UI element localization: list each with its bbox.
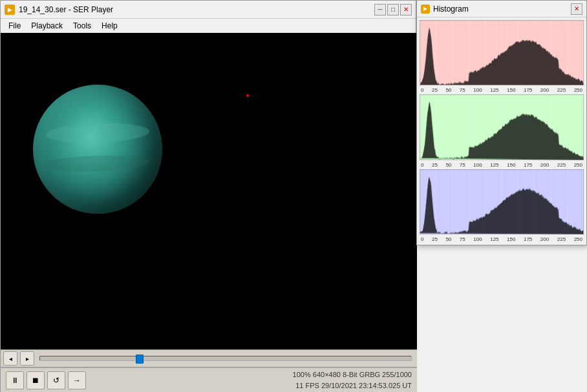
histogram-red-axis: 0255075100125150175200225250 bbox=[420, 87, 584, 93]
status-line2: 11 FPS 29/10/2021 23:14:53.025 UT bbox=[293, 380, 412, 391]
planet-image bbox=[33, 85, 162, 214]
menu-help[interactable]: Help bbox=[96, 20, 123, 32]
histogram-blue-axis: 0255075100125150175200225250 bbox=[420, 236, 584, 242]
controls-bar: ⏸ ⏹ ↺ → 100% 640×480 8-Bit GRBG 255/1000… bbox=[1, 367, 417, 392]
histogram-green-channel bbox=[420, 94, 584, 160]
window-title: 19_14_30.ser - SER Player bbox=[19, 5, 113, 14]
histogram-blue-canvas bbox=[420, 169, 584, 234]
histogram-green-canvas bbox=[420, 94, 584, 160]
forward-button[interactable]: → bbox=[68, 371, 86, 389]
prev-frame-button[interactable]: ◂ bbox=[3, 351, 17, 366]
app-icon: ▶ bbox=[5, 5, 15, 15]
histogram-blue-channel bbox=[420, 169, 584, 234]
scrubber-bar: ◂ ▸ bbox=[1, 349, 417, 367]
menu-playback[interactable]: Playback bbox=[26, 20, 68, 32]
histogram-close-button[interactable]: ✕ bbox=[571, 3, 582, 15]
menu-tools[interactable]: Tools bbox=[68, 20, 96, 32]
minimize-button[interactable]: ─ bbox=[374, 4, 386, 15]
histogram-green-axis: 0255075100125150175200225250 bbox=[420, 162, 584, 168]
histogram-icon: ▶ bbox=[421, 5, 430, 14]
status-line1: 100% 640×480 8-Bit GRBG 255/1000 bbox=[293, 369, 412, 380]
next-frame-button[interactable]: ▸ bbox=[20, 351, 34, 366]
scrubber-track[interactable] bbox=[39, 356, 412, 361]
histogram-window: ▶ Histogram ✕ 02550751001251501752002252… bbox=[416, 0, 587, 245]
repeat-button[interactable]: ↺ bbox=[47, 371, 65, 389]
title-bar: ▶ 19_14_30.ser - SER Player ─ □ ✕ bbox=[1, 1, 416, 19]
maximize-button[interactable]: □ bbox=[387, 4, 399, 15]
scrubber-thumb[interactable] bbox=[136, 355, 144, 364]
red-artifact bbox=[246, 94, 249, 97]
histogram-red-canvas bbox=[420, 20, 584, 85]
window-controls: ─ □ ✕ bbox=[374, 4, 412, 15]
main-window: ▶ 19_14_30.ser - SER Player ─ □ ✕ File P… bbox=[0, 0, 416, 392]
histogram-title-left: ▶ Histogram bbox=[421, 5, 469, 14]
title-bar-left: ▶ 19_14_30.ser - SER Player bbox=[5, 5, 113, 15]
histogram-red-channel bbox=[420, 20, 584, 85]
close-button[interactable]: ✕ bbox=[400, 4, 412, 15]
menu-bar: File Playback Tools Help bbox=[1, 19, 416, 33]
histogram-panel: 0255075100125150175200225250 02550751001… bbox=[417, 17, 586, 245]
histogram-title: Histogram bbox=[433, 5, 469, 14]
histogram-title-bar: ▶ Histogram ✕ bbox=[417, 1, 586, 17]
menu-file[interactable]: File bbox=[3, 20, 26, 32]
stop-button[interactable]: ⏹ bbox=[27, 371, 45, 389]
pause-button[interactable]: ⏸ bbox=[6, 371, 24, 389]
video-display bbox=[1, 33, 417, 349]
status-display: 100% 640×480 8-Bit GRBG 255/1000 11 FPS … bbox=[293, 369, 412, 391]
